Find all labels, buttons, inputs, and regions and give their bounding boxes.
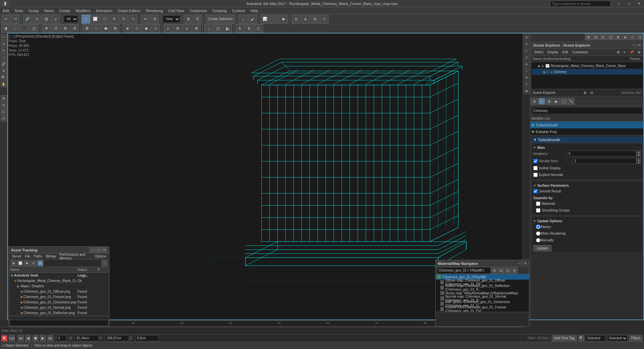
tb2-btn10[interactable]: ⬭ [92, 24, 101, 33]
mat-nav-filter-input[interactable] [437, 267, 491, 274]
at-tool3[interactable]: ■ [24, 260, 30, 266]
set-key-button[interactable]: K [1, 335, 7, 341]
mat-nav-btn1[interactable]: ⊞ [491, 268, 497, 274]
at-minimize-btn[interactable]: ─ [90, 247, 95, 253]
se-icon2[interactable]: ≡ [622, 50, 627, 55]
render-frame-button[interactable]: ▶ [279, 15, 288, 23]
left-tool-10[interactable]: ⊟ [1, 102, 7, 108]
mat-nav-min-btn[interactable]: ─ [518, 261, 521, 266]
x-coord-input[interactable] [75, 335, 98, 341]
at-row-diffuse[interactable]: ■ Chimneys_geo_01_Diffuse.png Found [9, 289, 109, 294]
modifier-turbosmooth[interactable]: TurboSmooth [530, 122, 644, 128]
mod-icon-modify[interactable]: ≡ [538, 98, 545, 105]
menu-edit[interactable]: Edit [0, 7, 12, 14]
mod-icon-motion[interactable]: ▶ [553, 98, 560, 105]
at-path-input[interactable] [10, 320, 108, 326]
modifier-editable-poly[interactable]: Editable Poly [530, 128, 644, 135]
render-iters-spinner[interactable]: ▲ ▼ [636, 158, 641, 164]
materials-checkbox[interactable] [536, 201, 540, 206]
tb2-btn1[interactable]: ◑ [1, 24, 10, 33]
mat-nav-btn4[interactable]: ⊕ [512, 268, 518, 274]
scale-button[interactable]: ⤡ [128, 15, 137, 23]
tb2-btn14[interactable]: ◇ [132, 24, 141, 33]
menu-group[interactable]: Group [26, 7, 42, 14]
lsi-btn3[interactable]: ◱ [524, 48, 530, 54]
at-row-normal[interactable]: ■ Chimneys_geo_01_Normal.png Found [9, 305, 109, 310]
at-menu-server[interactable]: Server [10, 254, 23, 258]
view-dropdown[interactable]: View [163, 15, 180, 23]
render-iters-spinner-down[interactable]: ▼ [637, 161, 641, 164]
menu-tools[interactable]: Tools [12, 7, 26, 14]
left-tool-rotate[interactable]: ↻ [1, 48, 7, 54]
menu-help[interactable]: Help [248, 7, 261, 14]
left-tool-9[interactable]: ⊞ [1, 95, 7, 101]
select-lasso-button[interactable]: ⬡ [100, 15, 109, 23]
menu-scripting[interactable]: Scripting [210, 7, 229, 14]
se-close-btn[interactable]: ✕ [638, 43, 641, 47]
mat-nav-close-btn[interactable]: ✕ [524, 261, 527, 266]
se-edit-btn[interactable]: Edit [561, 50, 570, 55]
mat-nav-max-btn[interactable]: □ [521, 261, 523, 266]
se-display-btn[interactable]: Display [546, 50, 560, 55]
at-menu-paths[interactable]: Paths [33, 254, 44, 258]
scene-tree-root[interactable]: ▶ ◈ ⬜ Rectangular_Metal_Chimney_Black_Co… [532, 63, 642, 69]
select-filter-button[interactable]: ≡ [51, 15, 60, 23]
layer-manager-button[interactable]: ⊞ [184, 15, 193, 23]
undo-button[interactable]: ↩ [1, 15, 10, 23]
minimize-button[interactable]: ─ [614, 0, 624, 7]
lsi-btn4[interactable]: ⊡ [524, 54, 530, 60]
align-button[interactable]: ⊟ [150, 15, 159, 23]
create-selection-button[interactable]: Create Selection [206, 15, 235, 23]
move-button[interactable]: ✛ [110, 15, 118, 23]
tb2-btn8[interactable]: ⊟ [70, 24, 79, 33]
tb2-btn21[interactable]: ⌂ [204, 24, 213, 33]
tb2-btn3[interactable]: ⬛ [20, 24, 29, 33]
se-bottom-icon2[interactable]: ⊟ [589, 90, 594, 95]
tb2-btn17[interactable]: ≡ [164, 24, 172, 33]
menu-rendering[interactable]: Rendering [143, 7, 166, 14]
lsi-btn7[interactable]: ⊕ [524, 74, 530, 80]
tb2-btn9[interactable]: ⊠ [83, 24, 91, 33]
rp-icon6[interactable]: ◈ [622, 34, 629, 40]
tb2-btn4[interactable]: ◫ [30, 24, 38, 33]
render-iters-spinner-up[interactable]: ▲ [637, 158, 641, 161]
se-icon1[interactable]: ⊞ [615, 50, 621, 55]
tb2-btn13[interactable]: ◈ [123, 24, 132, 33]
rotate-button[interactable]: ↻ [119, 15, 128, 23]
y-coord-input[interactable] [105, 335, 128, 341]
at-tool5[interactable]: ⊞ [37, 260, 43, 266]
left-tool-move[interactable]: ✛ [1, 41, 7, 47]
tb2-btn26[interactable]: C [254, 24, 263, 33]
search-input[interactable] [550, 1, 610, 7]
mat-nav-scrollbar[interactable] [436, 312, 529, 315]
explicit-normals-checkbox[interactable] [533, 173, 538, 177]
object-name-input[interactable] [532, 107, 643, 114]
at-row-maps[interactable]: ▶ Maps / Shaders [9, 284, 109, 289]
se-maximize-btn[interactable]: □ [635, 43, 637, 47]
when-rendering-radio[interactable] [536, 231, 540, 236]
tb2-btn7[interactable]: ⊞ [61, 24, 69, 33]
scene-explorer-button[interactable]: ☰ [193, 15, 202, 23]
manually-radio[interactable] [536, 238, 540, 242]
rp-icon7[interactable]: ◇ [629, 34, 636, 40]
se-bottom-icon1[interactable]: ⊞ [582, 90, 588, 95]
left-tool-11[interactable]: ◱ [1, 109, 7, 115]
mat-item-fresnel[interactable]: Fresnel IOR: Chimneys_geo_01_Fresnel (Ch… [436, 306, 529, 312]
tb2-btn12[interactable]: ⊞ [111, 24, 119, 33]
update-button[interactable]: Update [533, 245, 551, 251]
at-tool4[interactable]: ⊙ [31, 260, 37, 266]
left-tool-camera[interactable]: ⊕ [1, 68, 7, 74]
menu-content[interactable]: Content [229, 7, 248, 14]
smoothing-groups-checkbox[interactable] [536, 208, 540, 213]
smooth-result-checkbox[interactable] [533, 189, 538, 193]
rp-icon1[interactable]: ⊞ [585, 34, 592, 40]
tb2-btn20[interactable]: ≣ [192, 24, 201, 33]
all-dropdown[interactable]: All [64, 15, 78, 23]
lsi-btn1[interactable]: ⊞ [524, 34, 530, 40]
auto-key-button[interactable]: Auto [9, 335, 15, 341]
at-row-fresnel[interactable]: ■ Chimneys_geo_01_Fresnel.png Found [9, 294, 109, 300]
at-row-glossiness[interactable]: ■ Chimneys_geo_01_Glossiness.png Found [9, 300, 109, 305]
select-mode-button[interactable]: ↕ [239, 15, 248, 23]
play-forward-btn[interactable]: ▶ [40, 335, 46, 341]
tb2-btn19[interactable]: ≡ [182, 24, 191, 33]
